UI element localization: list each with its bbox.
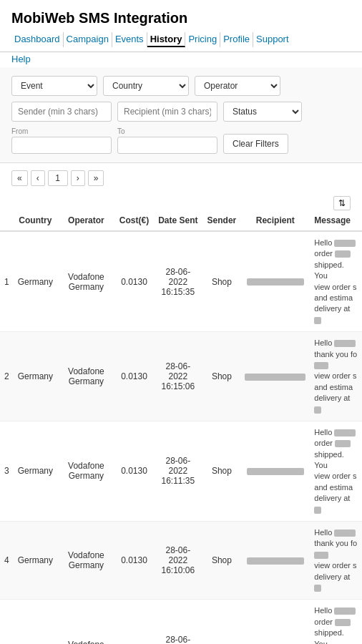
- cell-sender: Shop: [203, 421, 241, 521]
- pagination-bar: « ‹ 1 › »: [0, 163, 362, 193]
- event-select[interactable]: Event: [11, 76, 97, 96]
- col-recipient: Recipient: [240, 210, 310, 231]
- sort-button[interactable]: ⇅: [333, 196, 351, 210]
- cell-recipient: [240, 521, 310, 599]
- cell-date: 28-06-202216:09:35: [153, 600, 202, 644]
- filter-row-2: Status: [11, 102, 351, 122]
- table-body: 1 Germany Vodafone Germany 0.0130 28-06-…: [0, 231, 362, 644]
- from-label: From: [11, 127, 112, 135]
- date-filter-row: From 26/08/2022 00:01:0 To 29/08/2022 23…: [11, 127, 351, 154]
- cell-country: Germany: [14, 421, 57, 521]
- recipient-blurred: [247, 557, 304, 565]
- sender-input[interactable]: [11, 102, 112, 122]
- cell-cost: 0.0130: [115, 600, 153, 644]
- cell-recipient: [240, 332, 310, 421]
- cell-date: 28-06-202216:15:06: [153, 332, 202, 421]
- cell-message: Hello order shipped. Youview order sand …: [310, 231, 362, 332]
- cell-sender: Shop: [203, 332, 241, 421]
- cell-sender: Shop: [203, 521, 241, 599]
- last-page-button[interactable]: »: [88, 170, 104, 186]
- cell-cost: 0.0130: [115, 521, 153, 599]
- sort-controls: ⇅: [0, 193, 362, 210]
- col-message: Message: [310, 210, 362, 231]
- first-page-button[interactable]: «: [11, 170, 28, 186]
- to-date-group: To 29/08/2022 23:59:5: [117, 127, 217, 154]
- cell-num: 1: [0, 231, 14, 332]
- cell-message: Hello thank you foview order sand estima…: [310, 332, 362, 421]
- cell-num: 2: [0, 332, 14, 421]
- nav-support[interactable]: Support: [253, 32, 292, 47]
- cell-cost: 0.0130: [115, 332, 153, 421]
- cell-country: Germany: [14, 600, 57, 644]
- table-header: Country Operator Cost(€) Date Sent Sende…: [0, 210, 362, 231]
- cell-message: Hello order shipped. Youview order sand …: [310, 421, 362, 521]
- cell-sender: Shop: [203, 600, 241, 644]
- cell-num: 4: [0, 521, 14, 599]
- nav-pricing[interactable]: Pricing: [185, 32, 220, 47]
- status-select[interactable]: Status: [223, 102, 302, 122]
- cell-operator: Vodafone Germany: [57, 521, 115, 599]
- col-sender: Sender: [203, 210, 241, 231]
- cell-country: Germany: [14, 231, 57, 332]
- country-select[interactable]: Country: [103, 76, 189, 96]
- current-page: 1: [48, 170, 68, 186]
- from-date-input[interactable]: 26/08/2022 00:01:0: [11, 137, 112, 154]
- cell-country: Germany: [14, 332, 57, 421]
- cell-date: 28-06-202216:10:06: [153, 521, 202, 599]
- cell-date: 28-06-202216:15:35: [153, 231, 202, 332]
- table-row: 4 Germany Vodafone Germany 0.0130 28-06-…: [0, 521, 362, 599]
- cell-operator: Vodafone Germany: [57, 421, 115, 521]
- nav-help[interactable]: Help: [11, 54, 31, 64]
- cell-recipient: [240, 600, 310, 644]
- col-cost: Cost(€): [115, 210, 153, 231]
- col-country: Country: [14, 210, 57, 231]
- table-row: 1 Germany Vodafone Germany 0.0130 28-06-…: [0, 231, 362, 332]
- table-row: 3 Germany Vodafone Germany 0.0130 28-06-…: [0, 421, 362, 521]
- nav-profile[interactable]: Profile: [220, 32, 253, 47]
- cell-cost: 0.0130: [115, 421, 153, 521]
- nav-history[interactable]: History: [147, 32, 186, 47]
- main-nav: Dashboard Campaign Events History Pricin…: [11, 32, 351, 47]
- app-title: MobiWeb SMS Integration: [11, 10, 351, 26]
- cell-num: 5: [0, 600, 14, 644]
- table-row: 2 Germany Vodafone Germany 0.0130 28-06-…: [0, 332, 362, 421]
- cell-sender: Shop: [203, 231, 241, 332]
- clear-filters-button[interactable]: Clear Filters: [223, 134, 288, 154]
- col-num: [0, 210, 14, 231]
- cell-operator: Vodafone Germany: [57, 231, 115, 332]
- next-page-button[interactable]: ›: [71, 170, 85, 186]
- history-table-wrapper: Country Operator Cost(€) Date Sent Sende…: [0, 210, 362, 644]
- nav-campaign[interactable]: Campaign: [64, 32, 112, 47]
- table-row: 5 Germany Vodafone Germany 0.0130 28-06-…: [0, 600, 362, 644]
- filters-panel: Event Country Operator Status From 26/08…: [0, 67, 362, 163]
- col-operator: Operator: [57, 210, 115, 231]
- recipient-blurred: [245, 374, 305, 381]
- to-label: To: [117, 127, 217, 135]
- nav-events[interactable]: Events: [112, 32, 147, 47]
- cell-cost: 0.0130: [115, 231, 153, 332]
- nav-second-row: Help: [0, 52, 362, 67]
- cell-country: Germany: [14, 521, 57, 599]
- from-date-group: From 26/08/2022 00:01:0: [11, 127, 112, 154]
- cell-recipient: [240, 231, 310, 332]
- cell-date: 28-06-202216:11:35: [153, 421, 202, 521]
- cell-num: 3: [0, 421, 14, 521]
- filter-row-1: Event Country Operator: [11, 76, 351, 96]
- recipient-blurred: [247, 468, 304, 475]
- cell-message: Hello order shipped. Youview order sand …: [310, 600, 362, 644]
- cell-recipient: [240, 421, 310, 521]
- operator-select[interactable]: Operator: [195, 76, 280, 96]
- recipient-input[interactable]: [117, 102, 217, 122]
- cell-message: Hello thank you foview order sdelivery a…: [310, 521, 362, 599]
- page-header: MobiWeb SMS Integration Dashboard Campai…: [0, 0, 362, 52]
- cell-operator: Vodafone Germany: [57, 332, 115, 421]
- recipient-blurred: [247, 278, 304, 286]
- cell-operator: Vodafone Germany: [57, 600, 115, 644]
- history-table: Country Operator Cost(€) Date Sent Sende…: [0, 210, 362, 644]
- prev-page-button[interactable]: ‹: [31, 170, 45, 186]
- to-date-input[interactable]: 29/08/2022 23:59:5: [117, 137, 217, 154]
- nav-dashboard[interactable]: Dashboard: [11, 32, 64, 47]
- col-date-sent: Date Sent: [153, 210, 202, 231]
